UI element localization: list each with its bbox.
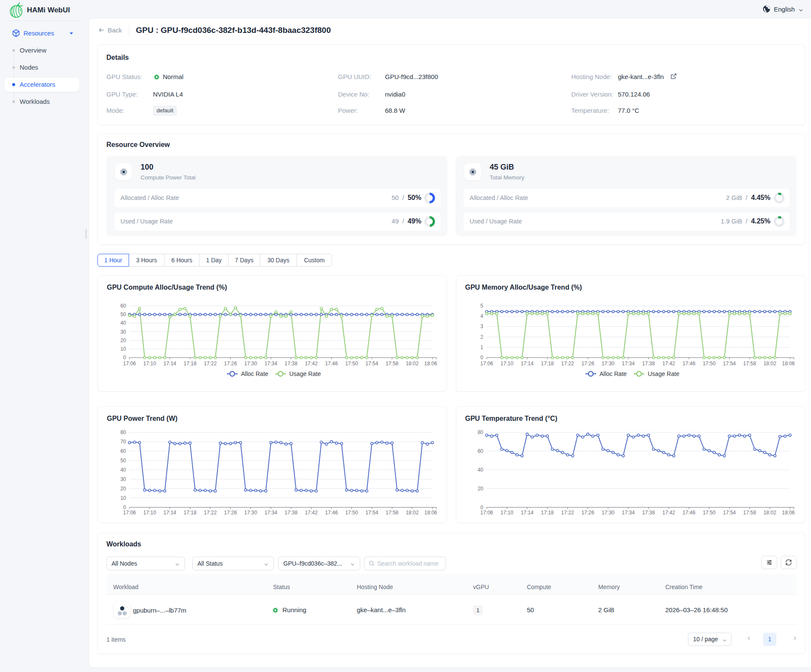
svg-text:0: 0 (123, 355, 126, 361)
svg-text:17:46: 17:46 (325, 361, 338, 367)
svg-text:17:26: 17:26 (224, 361, 237, 367)
svg-text:17:54: 17:54 (723, 361, 735, 367)
svg-text:17:18: 17:18 (541, 361, 553, 367)
svg-text:17:42: 17:42 (662, 361, 675, 367)
svg-text:10: 10 (120, 495, 126, 501)
svg-text:17:18: 17:18 (184, 510, 197, 516)
svg-text:40: 40 (120, 320, 126, 326)
svg-text:17:10: 17:10 (143, 510, 156, 516)
svg-text:60: 60 (120, 448, 126, 454)
svg-text:17:34: 17:34 (264, 361, 277, 367)
svg-text:70: 70 (120, 439, 126, 445)
svg-text:17:34: 17:34 (622, 510, 635, 516)
svg-text:17:26: 17:26 (224, 510, 237, 516)
svg-text:5: 5 (480, 303, 483, 309)
svg-text:20: 20 (120, 486, 126, 492)
svg-text:40: 40 (120, 467, 126, 473)
svg-text:17:58: 17:58 (385, 510, 398, 516)
svg-text:17:30: 17:30 (601, 361, 614, 367)
svg-text:20: 20 (477, 486, 483, 492)
svg-text:80: 80 (120, 429, 126, 435)
svg-text:17:50: 17:50 (702, 361, 715, 367)
svg-text:17:38: 17:38 (642, 361, 655, 367)
svg-text:17:26: 17:26 (581, 510, 594, 516)
svg-text:17:26: 17:26 (581, 361, 594, 367)
svg-text:18:06: 18:06 (782, 510, 794, 516)
svg-text:17:22: 17:22 (204, 510, 217, 516)
svg-text:18:06: 18:06 (424, 510, 437, 516)
svg-text:18:02: 18:02 (406, 361, 419, 367)
svg-text:17:54: 17:54 (365, 510, 378, 516)
svg-text:17:30: 17:30 (244, 510, 257, 516)
svg-text:Alloc Rate: Alloc Rate (599, 370, 627, 377)
svg-text:17:34: 17:34 (264, 510, 277, 516)
svg-text:17:38: 17:38 (642, 510, 655, 516)
svg-text:20: 20 (120, 337, 126, 343)
svg-text:17:10: 17:10 (143, 361, 156, 367)
svg-text:30: 30 (120, 476, 126, 482)
svg-text:18:02: 18:02 (763, 361, 776, 367)
svg-text:17:18: 17:18 (184, 361, 197, 367)
svg-text:17:30: 17:30 (601, 510, 614, 516)
svg-text:50: 50 (120, 458, 126, 464)
svg-text:50: 50 (120, 311, 126, 317)
svg-text:17:10: 17:10 (500, 361, 513, 367)
svg-text:17:06: 17:06 (480, 361, 493, 367)
svg-text:17:10: 17:10 (500, 510, 513, 516)
svg-text:17:30: 17:30 (244, 361, 257, 367)
svg-text:40: 40 (477, 467, 483, 473)
svg-text:17:22: 17:22 (204, 361, 217, 367)
svg-text:17:18: 17:18 (541, 510, 553, 516)
svg-text:17:58: 17:58 (743, 361, 756, 367)
svg-text:17:54: 17:54 (723, 510, 735, 516)
svg-text:17:46: 17:46 (682, 510, 695, 516)
svg-text:4: 4 (480, 313, 483, 319)
svg-text:0: 0 (480, 355, 483, 361)
svg-text:2: 2 (480, 334, 483, 340)
svg-text:Usage Rate: Usage Rate (648, 370, 679, 377)
svg-text:17:22: 17:22 (561, 510, 574, 516)
svg-text:17:14: 17:14 (520, 510, 533, 516)
svg-text:17:38: 17:38 (285, 361, 297, 367)
svg-text:18:02: 18:02 (763, 510, 776, 516)
svg-text:17:54: 17:54 (365, 361, 378, 367)
svg-text:17:50: 17:50 (702, 510, 715, 516)
svg-text:Alloc Rate: Alloc Rate (241, 370, 268, 377)
svg-text:17:58: 17:58 (385, 361, 398, 367)
svg-text:17:38: 17:38 (285, 510, 297, 516)
svg-text:17:34: 17:34 (622, 361, 635, 367)
svg-text:17:46: 17:46 (682, 361, 695, 367)
svg-text:80: 80 (477, 429, 483, 435)
svg-text:1: 1 (480, 344, 483, 350)
svg-text:17:46: 17:46 (325, 510, 338, 516)
svg-text:Usage Rate: Usage Rate (289, 370, 321, 377)
svg-text:17:14: 17:14 (163, 361, 176, 367)
svg-text:17:06: 17:06 (123, 510, 136, 516)
svg-text:17:06: 17:06 (123, 361, 136, 367)
svg-text:60: 60 (477, 448, 483, 454)
svg-text:17:50: 17:50 (345, 361, 358, 367)
svg-text:18:02: 18:02 (406, 510, 419, 516)
svg-text:17:42: 17:42 (662, 510, 675, 516)
svg-text:17:50: 17:50 (345, 510, 358, 516)
svg-text:18:06: 18:06 (782, 361, 794, 367)
svg-text:10: 10 (120, 346, 126, 352)
svg-text:17:14: 17:14 (520, 361, 533, 367)
svg-text:17:58: 17:58 (743, 510, 756, 516)
svg-text:17:42: 17:42 (305, 361, 317, 367)
svg-text:17:06: 17:06 (480, 510, 493, 516)
svg-text:18:06: 18:06 (424, 361, 437, 367)
svg-text:3: 3 (480, 323, 483, 329)
svg-text:17:22: 17:22 (561, 361, 574, 367)
svg-text:60: 60 (120, 303, 126, 309)
svg-text:17:14: 17:14 (163, 510, 176, 516)
svg-text:17:42: 17:42 (305, 510, 317, 516)
svg-text:30: 30 (120, 329, 126, 335)
